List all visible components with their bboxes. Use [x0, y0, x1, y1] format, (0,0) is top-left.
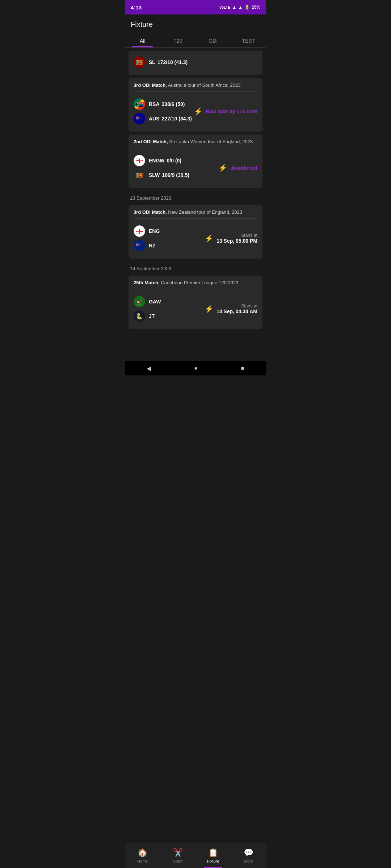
- partial-match-card[interactable]: 🇱🇰 SL 172/10 (41.3): [129, 51, 262, 75]
- result-section-2: ⚡ abandoned: [218, 163, 257, 172]
- gaw-code: GAW: [149, 299, 161, 305]
- match-title-4: 25th Match, Caribbean Premier League T20…: [134, 280, 257, 285]
- lightning-icon-4: ⚡: [205, 305, 214, 313]
- starts-at-4: Starts at 14 Sep, 04.30 AM: [216, 303, 257, 314]
- rsa-score: 338/6 (50): [162, 101, 185, 107]
- starts-label-3: Starts at: [216, 233, 257, 238]
- starts-at-3: Starts at 13 Sep, 05.00 PM: [216, 233, 257, 244]
- nz-code: NZ: [149, 243, 156, 248]
- battery-percent: 26%: [252, 5, 260, 10]
- aus-score: 227/10 (34.3): [162, 116, 192, 122]
- eng-flag: 🏴󠁧󠁢󠁥󠁮󠁧󠁿: [134, 225, 145, 237]
- result-section-4: ⚡ Starts at 14 Sep, 04.30 AM: [205, 303, 257, 314]
- teams-section: 🇿🇦 RSA 338/6 (50) 🇦🇺 AUS 227/10 (34.3): [134, 95, 194, 127]
- home-button[interactable]: ●: [194, 365, 198, 371]
- team-row-engw: 🏴󠁧󠁢󠁥󠁮󠁧󠁿 ENGW 0/0 (0): [134, 155, 218, 166]
- starts-label-4: Starts at: [216, 303, 257, 309]
- signal-icon: ▲: [238, 5, 243, 10]
- aus-flag: 🇦🇺: [134, 113, 145, 124]
- rsa-code: RSA: [149, 101, 160, 107]
- match-card-eng-nz[interactable]: 3rd ODI Match, New Zealand tour of Engla…: [129, 205, 262, 259]
- match-result-2: abandoned: [230, 165, 257, 171]
- match-card-rsa-aus[interactable]: 3rd ODI Match, Australia tour of South A…: [129, 78, 262, 132]
- team-row-aus: 🇦🇺 AUS 227/10 (34.3): [134, 113, 194, 124]
- back-button[interactable]: ◀: [147, 365, 151, 372]
- wifi-icon: ▲: [232, 5, 236, 10]
- tab-all[interactable]: All: [125, 34, 160, 47]
- team-code: SL: [149, 59, 155, 65]
- divider-3: [134, 218, 257, 219]
- teams-section-4: 🦅 GAW 🐍 JT: [134, 293, 205, 325]
- jt-flag: 🐍: [134, 310, 145, 322]
- engw-code: ENGW: [149, 158, 165, 163]
- nz-flag: 🇳🇿: [134, 240, 145, 251]
- match-card-gaw-jt[interactable]: 25th Match, Caribbean Premier League T20…: [129, 276, 262, 329]
- starts-time-3: 13 Sep, 05.00 PM: [216, 238, 257, 244]
- slw-code: SLW: [149, 172, 160, 178]
- sl-flag: 🇱🇰: [134, 56, 145, 68]
- page-title: Fixture: [131, 20, 260, 29]
- main-content: 🇱🇰 SL 172/10 (41.3) 3rd ODI Match, Austr…: [125, 51, 266, 361]
- team-row: 🇱🇰 SL 172/10 (41.3): [134, 56, 257, 68]
- status-time: 4:13: [131, 4, 142, 10]
- match-result: RSA won by 111 runs: [206, 109, 257, 114]
- team-row-gaw: 🦅 GAW: [134, 296, 205, 307]
- rsa-flag: 🇿🇦: [134, 98, 145, 110]
- slw-flag: 🇱🇰: [134, 169, 145, 181]
- engw-flag: 🏴󠁧󠁢󠁥󠁮󠁧󠁿: [134, 155, 145, 166]
- match-title-2: 2nd ODI Match, Sri Lanka Women tour of E…: [134, 139, 257, 144]
- match-result-area-2: 🏴󠁧󠁢󠁥󠁮󠁧󠁿 ENGW 0/0 (0) 🇱🇰 SLW 106/9 (30.5)…: [134, 152, 257, 184]
- team-row-rsa: 🇿🇦 RSA 338/6 (50): [134, 98, 194, 110]
- team-row-jt: 🐍 JT: [134, 310, 205, 322]
- tab-t20[interactable]: T20: [160, 34, 196, 47]
- header: Fixture: [125, 14, 266, 31]
- result-section-3: ⚡ Starts at 13 Sep, 05.00 PM: [205, 233, 257, 244]
- starts-time-4: 14 Sep, 04.30 AM: [216, 309, 257, 314]
- date-separator-sep13: 13 September 2023: [129, 191, 262, 202]
- tabs-bar: All T20 ODI TEST: [125, 31, 266, 48]
- divider-4: [134, 289, 257, 289]
- divider-2: [134, 148, 257, 148]
- match-result-area-4: 🦅 GAW 🐍 JT ⚡ Starts at 14 Sep, 04.30 AM: [134, 293, 257, 325]
- match-card-engw-slw[interactable]: 2nd ODI Match, Sri Lanka Women tour of E…: [129, 135, 262, 188]
- teams-section-3: 🏴󠁧󠁢󠁥󠁮󠁧󠁿 ENG 🇳🇿 NZ: [134, 222, 205, 254]
- android-nav-bar: ◀ ● ■: [125, 361, 266, 375]
- match-title: 3rd ODI Match, Australia tour of South A…: [134, 82, 257, 88]
- tab-test[interactable]: TEST: [231, 34, 266, 47]
- match-result-area: 🇿🇦 RSA 338/6 (50) 🇦🇺 AUS 227/10 (34.3) ⚡…: [134, 95, 257, 127]
- aus-code: AUS: [149, 116, 160, 122]
- jt-code: JT: [149, 313, 155, 319]
- match-title-3: 3rd ODI Match, New Zealand tour of Engla…: [134, 209, 257, 215]
- team-row-nz: 🇳🇿 NZ: [134, 240, 205, 251]
- team-row-slw: 🇱🇰 SLW 106/9 (30.5): [134, 169, 218, 181]
- battery-icon: 🔋: [244, 5, 250, 10]
- team-score: 172/10 (41.3): [157, 59, 188, 65]
- date-separator-sep14: 14 September 2023: [129, 261, 262, 273]
- divider: [134, 92, 257, 92]
- slw-score: 106/9 (30.5): [162, 172, 189, 178]
- lightning-icon-3: ⚡: [205, 234, 214, 243]
- tab-odi[interactable]: ODI: [196, 34, 231, 47]
- result-section: ⚡ RSA won by 111 runs: [194, 107, 257, 116]
- recents-button[interactable]: ■: [241, 365, 245, 371]
- lightning-icon-2: ⚡: [218, 163, 227, 172]
- team-row-eng: 🏴󠁧󠁢󠁥󠁮󠁧󠁿 ENG: [134, 225, 205, 237]
- lightning-icon: ⚡: [194, 107, 203, 116]
- volte-icon: VoLTE: [219, 5, 230, 9]
- teams-section-2: 🏴󠁧󠁢󠁥󠁮󠁧󠁿 ENGW 0/0 (0) 🇱🇰 SLW 106/9 (30.5): [134, 152, 218, 184]
- status-icons: VoLTE ▲ ▲ 🔋 26%: [219, 5, 260, 10]
- status-bar: 4:13 VoLTE ▲ ▲ 🔋 26%: [125, 0, 266, 14]
- eng-code: ENG: [149, 228, 160, 234]
- engw-score: 0/0 (0): [167, 158, 181, 163]
- match-result-area-3: 🏴󠁧󠁢󠁥󠁮󠁧󠁿 ENG 🇳🇿 NZ ⚡ Starts at 13 Sep, 05…: [134, 222, 257, 254]
- gaw-flag: 🦅: [134, 296, 145, 307]
